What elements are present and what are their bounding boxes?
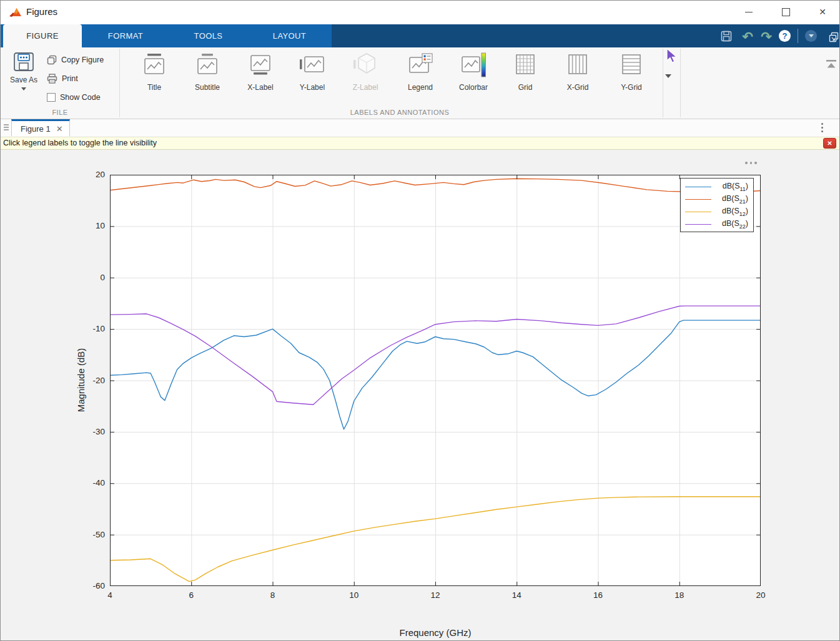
banner-message: Click legend labels to toggle the line v…: [3, 139, 157, 147]
print-icon: [47, 74, 57, 84]
copy-figure-button[interactable]: Copy Figure: [47, 52, 104, 67]
figures-window: Figures ✕ FIGURE FORMAT TOOLS LAYOUT ↶ ↷…: [0, 0, 840, 641]
file-section-label: FILE: [1, 109, 119, 116]
tab-figure[interactable]: FIGURE: [3, 24, 82, 47]
tab-tools[interactable]: TOOLS: [169, 24, 247, 47]
toolbar-dropdown-button[interactable]: [805, 30, 817, 42]
undock-button[interactable]: [826, 29, 840, 44]
close-button[interactable]: ✕: [808, 1, 837, 23]
save-button[interactable]: [719, 29, 734, 44]
z-label-icon: [351, 52, 380, 79]
minimize-button[interactable]: [734, 1, 763, 23]
axes-toolbar-hint-icon[interactable]: [745, 162, 757, 164]
maximize-button[interactable]: [771, 1, 800, 23]
z-label-label: Z-Label: [342, 83, 389, 92]
legend-label: dB(S12): [711, 207, 753, 217]
minimize-icon: [745, 12, 753, 12]
legend-label: dB(S22): [711, 219, 753, 230]
x-tick-label: 10: [340, 590, 368, 600]
save-as-label: Save As: [6, 76, 42, 84]
x-tick-label: 4: [96, 590, 124, 600]
legend-button[interactable]: Legend: [397, 52, 444, 98]
x-tick-label: 12: [422, 590, 449, 600]
copy-icon: [47, 55, 57, 65]
subtitle-button[interactable]: Subtitle: [184, 52, 231, 98]
y-tick-label: -30: [75, 427, 105, 436]
y-tick-label: -40: [75, 478, 105, 487]
figure-tab-label: Figure 1: [21, 124, 51, 134]
panel-grab-handle[interactable]: [4, 124, 9, 132]
y-tick-label: -20: [75, 376, 105, 385]
show-code-label: Show Code: [60, 93, 101, 102]
grid-icon: [511, 52, 540, 79]
print-label: Print: [62, 74, 78, 83]
x-label-button[interactable]: X-Label: [237, 52, 284, 98]
section-separator: [119, 49, 120, 117]
z-label-button: Z-Label: [342, 52, 389, 98]
y-grid-button[interactable]: Y-Grid: [608, 52, 655, 98]
x-tick-label: 14: [503, 590, 530, 600]
subtitle-label: Subtitle: [184, 83, 231, 92]
y-grid-icon: [617, 52, 646, 79]
legend-icon: [406, 52, 435, 79]
toolbar-separator: [798, 29, 798, 43]
save-as-button[interactable]: Save As: [6, 52, 42, 104]
tab-bar-menu-button[interactable]: [821, 123, 824, 134]
help-icon: ?: [783, 31, 788, 41]
x-tick-label: 8: [259, 590, 287, 600]
plot-axes[interactable]: [110, 175, 761, 586]
subtitle-icon: [193, 52, 222, 79]
undock-icon: [829, 32, 839, 42]
legend-label: Legend: [397, 83, 444, 92]
mouse-cursor: [665, 48, 679, 64]
figure-1-tab[interactable]: Figure 1 ✕: [11, 119, 70, 136]
legend-item-12[interactable]: dB(S12): [681, 205, 753, 218]
save-as-dropdown-icon: [21, 87, 26, 91]
close-icon: ✕: [819, 7, 826, 16]
tab-layout[interactable]: LAYOUT: [247, 24, 332, 47]
help-button[interactable]: ?: [779, 30, 791, 42]
title-button[interactable]: Title: [131, 52, 178, 98]
legend-item-22[interactable]: dB(S22): [681, 218, 753, 230]
save-as-icon: [12, 52, 35, 72]
banner-close-button[interactable]: ✕: [823, 138, 836, 149]
section-separator: [680, 49, 681, 117]
show-code-checkbox[interactable]: [47, 93, 56, 102]
document-tab-bar: Figure 1 ✕: [1, 119, 839, 137]
x-grid-icon: [563, 52, 592, 79]
y-tick-label: -10: [75, 324, 105, 333]
legend-label: dB(S21): [711, 194, 753, 205]
x-grid-label: X-Grid: [554, 83, 601, 92]
x-grid-button[interactable]: X-Grid: [554, 52, 601, 98]
banner-close-icon: ✕: [827, 140, 832, 147]
legend-line-swatch: [685, 199, 711, 200]
y-label-button[interactable]: Y-Label: [289, 52, 336, 98]
labels-section-label: LABELS AND ANNOTATIONS: [119, 109, 680, 116]
print-button[interactable]: Print: [47, 71, 78, 86]
grid-button[interactable]: Grid: [502, 52, 549, 98]
section-separator: [663, 49, 663, 117]
title-icon: [140, 52, 169, 79]
figure-tab-close-icon[interactable]: ✕: [56, 124, 63, 134]
x-label-label: X-Label: [237, 83, 284, 92]
legend-item-11[interactable]: dB(S11): [681, 180, 753, 193]
redo-button[interactable]: ↷: [759, 29, 774, 44]
window-title: Figures: [26, 6, 57, 17]
gallery-dropdown-button[interactable]: [665, 74, 671, 78]
collapse-ribbon-button[interactable]: [825, 59, 838, 70]
tab-format[interactable]: FORMAT: [82, 24, 169, 47]
y-label-icon: [298, 52, 327, 79]
x-tick-label: 6: [177, 590, 205, 600]
legend-item-21[interactable]: dB(S21): [681, 193, 753, 205]
y-tick-label: 0: [75, 273, 105, 282]
undo-button[interactable]: ↶: [740, 29, 755, 44]
show-code-toggle[interactable]: Show Code: [47, 90, 101, 105]
colorbar-button[interactable]: Colorbar: [450, 52, 497, 98]
y-grid-label: Y-Grid: [608, 83, 655, 92]
x-tick-label: 20: [747, 590, 774, 600]
title-bar: Figures ✕: [1, 1, 839, 24]
legend-line-swatch: [685, 212, 711, 212]
ribbon-tab-row: FIGURE FORMAT TOOLS LAYOUT: [1, 24, 839, 47]
y-tick-label: -60: [75, 581, 105, 590]
plot-legend: dB(S11)dB(S21)dB(S12)dB(S22): [680, 178, 754, 232]
